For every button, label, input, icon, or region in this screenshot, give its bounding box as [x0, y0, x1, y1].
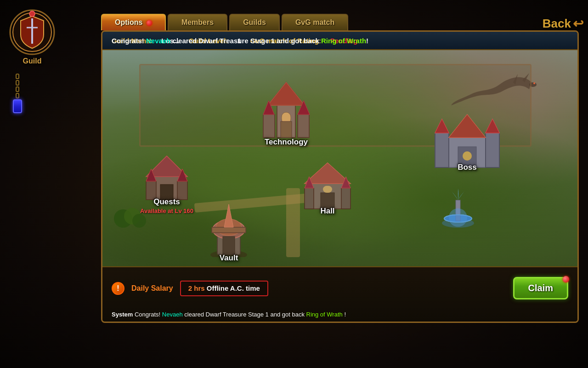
svg-rect-33 [305, 188, 314, 209]
offline-text: 2 hrs Offline A.C. time [188, 284, 260, 292]
warning-icon: ! [112, 282, 124, 295]
tab-options-label: Options [115, 18, 142, 26]
daily-salary-label: Daily Salary [131, 284, 173, 293]
svg-rect-50 [212, 227, 246, 233]
chain-link-2 [16, 80, 19, 86]
tab-guilds-label: Guilds [243, 18, 266, 26]
tab-gvg[interactable]: GvG match [282, 14, 348, 30]
fountain [440, 186, 476, 230]
guild-title: Guild [5, 57, 60, 65]
left-decoration [13, 74, 22, 113]
chain-link-1 [16, 74, 19, 79]
system-item: Ring of Wrath [306, 311, 343, 318]
building-technology[interactable]: Technology [254, 78, 318, 151]
svg-point-7 [533, 82, 535, 84]
svg-point-5 [29, 11, 35, 17]
lantern-icon [13, 99, 22, 113]
back-arrow-icon: ↩ [573, 16, 583, 31]
map-area: ◀ ▶ [102, 50, 577, 266]
building-vault-label: Vault [220, 253, 238, 263]
tab-guilds[interactable]: Guilds [229, 14, 280, 30]
svg-point-57 [449, 208, 467, 227]
building-hall-label: Hall [320, 207, 334, 216]
back-label: Back [543, 17, 571, 31]
main-container: Options Members Guilds GvG match Guild N… [41, 14, 579, 359]
claim-gem [563, 276, 569, 282]
notification-text: Congrats! Nevaeh cleared Dwarf Treasure … [112, 37, 368, 45]
system-label: System [112, 311, 133, 318]
building-boss[interactable]: Boss [430, 110, 504, 179]
svg-marker-52 [224, 204, 233, 227]
trees-left [112, 200, 148, 239]
back-button[interactable]: Back ↩ [543, 16, 583, 31]
svg-point-60 [132, 214, 146, 228]
svg-rect-51 [223, 236, 235, 255]
building-quests-label: Quests [153, 197, 180, 207]
notif-item: Ring of Wrath [321, 37, 366, 45]
building-technology-label: Technology [265, 138, 308, 147]
tab-members-label: Members [181, 18, 214, 26]
offline-hours: 2 hrs [188, 284, 205, 292]
road-vertical [286, 188, 300, 257]
salary-row: ! Daily Salary 2 hrs Offline A.C. time C… [102, 267, 577, 309]
svg-rect-41 [146, 181, 156, 200]
notification-bar: Congrats! Nevaeh cleared Dwarf Treasure … [102, 32, 577, 49]
building-boss-label: Boss [458, 163, 477, 172]
svg-rect-29 [463, 151, 472, 161]
system-congrats: Congrats! [135, 311, 162, 318]
svg-rect-18 [281, 121, 292, 138]
svg-rect-11 [298, 115, 309, 138]
svg-marker-32 [305, 163, 351, 184]
system-row: System Congrats! Nevaeh cleared Dwarf Tr… [102, 309, 577, 322]
building-vault[interactable]: Vault [204, 202, 254, 266]
system-middle: cleared Dwarf Treasure Stage 1 and got b… [184, 311, 306, 318]
offline-box: 2 hrs Offline A.C. time [180, 281, 268, 296]
svg-marker-25 [435, 119, 449, 133]
claim-button[interactable]: Claim [513, 277, 568, 299]
chain-link-3 [16, 86, 19, 92]
tab-options-gem [147, 20, 152, 26]
notif-middle: cleared Dwarf Treasure Stage 1 and got b… [170, 37, 321, 45]
chain-link-4 [16, 93, 19, 98]
info-bar: Guild Name: Los... Guild Level: 1 GvG ma… [102, 32, 577, 50]
system-suffix: ! [344, 311, 346, 318]
guild-logo: Guild [5, 9, 60, 74]
bottom-bar: ! Daily Salary 2 hrs Offline A.C. time C… [102, 266, 577, 322]
claim-label: Claim [528, 283, 553, 293]
top-nav: Options Members Guilds GvG match [101, 14, 579, 30]
svg-rect-10 [263, 115, 275, 138]
warning-symbol: ! [117, 284, 119, 293]
guild-panel: Guild Name: Los... Guild Level: 1 GvG ma… [101, 30, 579, 323]
notif-prefix: Congrats! [112, 37, 146, 45]
svg-rect-21 [486, 133, 499, 167]
svg-rect-42 [177, 181, 187, 200]
system-player: Nevaeh [162, 311, 183, 318]
notif-suffix: ! [366, 37, 368, 45]
svg-rect-34 [341, 188, 351, 209]
svg-marker-26 [486, 119, 499, 133]
offline-ac-text: Offline A.C. time [207, 284, 260, 292]
tab-gvg-label: GvG match [295, 18, 334, 26]
svg-marker-14 [268, 82, 305, 105]
svg-rect-38 [323, 186, 332, 193]
svg-rect-20 [435, 133, 449, 167]
guild-crest [9, 9, 55, 55]
tab-members[interactable]: Members [168, 14, 227, 30]
svg-marker-27 [449, 115, 486, 138]
notif-player: Nevaeh [146, 37, 170, 45]
building-hall[interactable]: Hall [300, 161, 355, 220]
tab-options[interactable]: Options [101, 14, 166, 30]
